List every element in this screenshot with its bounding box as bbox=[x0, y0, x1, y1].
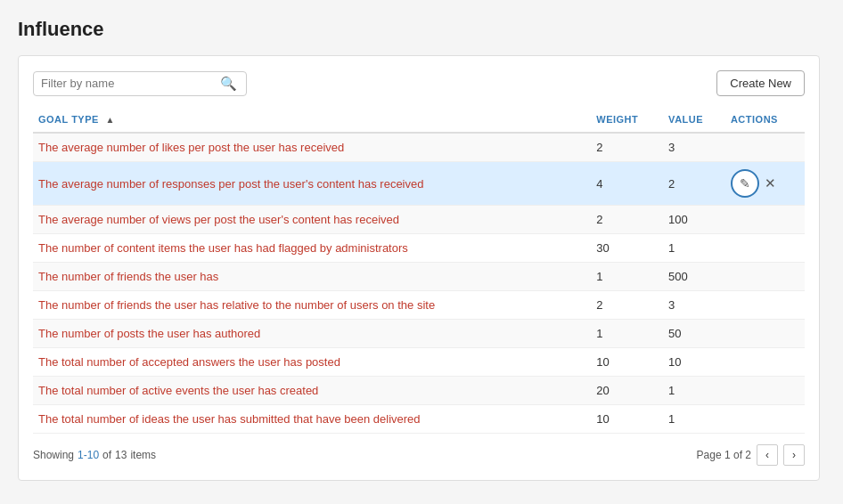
cell-actions: ✎✕ bbox=[725, 162, 805, 206]
showing-info: Showing 1-10 of 13 items bbox=[33, 449, 156, 461]
table-row: The number of posts the user has authore… bbox=[33, 320, 805, 348]
influence-table: GOAL TYPE ▲ WEIGHT VALUE ACTIONS The ave… bbox=[33, 107, 805, 434]
table-row: The average number of views per post the… bbox=[33, 206, 805, 234]
edit-button[interactable]: ✎ bbox=[731, 169, 759, 198]
cell-weight: 2 bbox=[591, 133, 663, 162]
table-row: The total number of ideas the user has s… bbox=[33, 405, 805, 434]
cell-actions bbox=[725, 377, 805, 405]
col-label-actions: ACTIONS bbox=[731, 114, 778, 125]
col-header-goal-type[interactable]: GOAL TYPE ▲ bbox=[33, 107, 591, 133]
showing-prefix: Showing bbox=[33, 449, 74, 461]
prev-page-button[interactable]: ‹ bbox=[757, 444, 778, 466]
cell-weight: 10 bbox=[591, 405, 663, 434]
showing-total: 13 bbox=[115, 449, 127, 461]
cell-weight: 1 bbox=[591, 320, 663, 348]
col-header-actions: ACTIONS bbox=[725, 107, 805, 133]
create-new-button[interactable]: Create New bbox=[716, 70, 805, 96]
table-row: The total number of accepted answers the… bbox=[33, 348, 805, 377]
cell-goal-type: The number of friends the user has bbox=[33, 263, 591, 291]
table-row: The number of content items the user has… bbox=[33, 234, 805, 263]
cell-value: 10 bbox=[663, 348, 725, 377]
table-row: The number of friends the user has relat… bbox=[33, 291, 805, 320]
cell-actions bbox=[725, 348, 805, 377]
cell-weight: 20 bbox=[591, 377, 663, 405]
cell-value: 3 bbox=[663, 133, 725, 162]
search-input[interactable] bbox=[41, 77, 218, 90]
cell-value: 50 bbox=[663, 320, 725, 348]
next-page-button[interactable]: › bbox=[783, 444, 805, 466]
cell-actions bbox=[725, 291, 805, 320]
showing-middle: of bbox=[102, 449, 111, 461]
search-button[interactable]: 🔍 bbox=[218, 76, 239, 92]
table-body: The average number of likes per post the… bbox=[33, 133, 805, 434]
cell-value: 100 bbox=[663, 206, 725, 234]
cell-goal-type: The number of posts the user has authore… bbox=[33, 320, 591, 348]
main-card: 🔍 Create New GOAL TYPE ▲ WEIGHT VALUE AC… bbox=[18, 55, 820, 481]
table-header: GOAL TYPE ▲ WEIGHT VALUE ACTIONS bbox=[33, 107, 805, 133]
page-title: Influence bbox=[18, 18, 825, 41]
col-label-goal-type: GOAL TYPE bbox=[38, 114, 99, 125]
col-label-value: VALUE bbox=[668, 114, 703, 125]
cell-weight: 2 bbox=[591, 291, 663, 320]
col-header-weight: WEIGHT bbox=[591, 107, 663, 133]
cell-actions bbox=[725, 234, 805, 263]
cell-goal-type: The total number of ideas the user has s… bbox=[33, 405, 591, 434]
showing-range: 1-10 bbox=[78, 449, 99, 461]
cell-goal-type: The number of content items the user has… bbox=[33, 234, 591, 263]
cell-value: 3 bbox=[663, 291, 725, 320]
cell-value: 2 bbox=[663, 162, 725, 206]
cell-weight: 2 bbox=[591, 206, 663, 234]
actions-cell: ✎✕ bbox=[731, 169, 799, 198]
cell-goal-type: The average number of responses per post… bbox=[33, 162, 591, 206]
cell-value: 1 bbox=[663, 405, 725, 434]
col-label-weight: WEIGHT bbox=[596, 114, 638, 125]
search-wrap: 🔍 bbox=[33, 71, 247, 96]
cell-goal-type: The number of friends the user has relat… bbox=[33, 291, 591, 320]
cell-value: 500 bbox=[663, 263, 725, 291]
page-label: Page 1 of 2 bbox=[697, 449, 751, 461]
cell-goal-type: The average number of likes per post the… bbox=[33, 133, 591, 162]
cell-weight: 1 bbox=[591, 263, 663, 291]
table-row: The total number of active events the us… bbox=[33, 377, 805, 405]
cell-actions bbox=[725, 206, 805, 234]
col-header-value: VALUE bbox=[663, 107, 725, 133]
cell-actions bbox=[725, 405, 805, 434]
cell-actions bbox=[725, 320, 805, 348]
cell-goal-type: The total number of active events the us… bbox=[33, 377, 591, 405]
cell-weight: 4 bbox=[591, 162, 663, 206]
cell-value: 1 bbox=[663, 234, 725, 263]
sort-icon: ▲ bbox=[105, 115, 114, 125]
toolbar: 🔍 Create New bbox=[33, 70, 805, 96]
table-row: The average number of responses per post… bbox=[33, 162, 805, 206]
cell-weight: 30 bbox=[591, 234, 663, 263]
cell-value: 1 bbox=[663, 377, 725, 405]
showing-suffix: items bbox=[130, 449, 156, 461]
cell-weight: 10 bbox=[591, 348, 663, 377]
delete-button[interactable]: ✕ bbox=[763, 175, 778, 191]
table-footer: Showing 1-10 of 13 items Page 1 of 2 ‹ › bbox=[33, 444, 805, 466]
table-row: The average number of likes per post the… bbox=[33, 133, 805, 162]
pagination: Page 1 of 2 ‹ › bbox=[697, 444, 805, 466]
cell-actions bbox=[725, 263, 805, 291]
cell-actions bbox=[725, 133, 805, 162]
table-row: The number of friends the user has1500 bbox=[33, 263, 805, 291]
cell-goal-type: The average number of views per post the… bbox=[33, 206, 591, 234]
cell-goal-type: The total number of accepted answers the… bbox=[33, 348, 591, 377]
